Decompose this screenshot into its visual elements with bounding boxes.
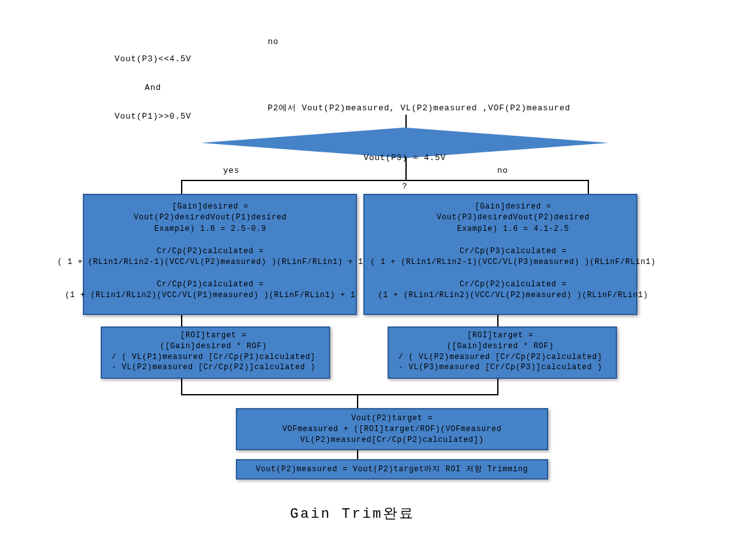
top-condition-line2: And <box>89 83 217 92</box>
top-no-label: no <box>268 37 279 47</box>
top-condition: Vout(P3)<<4.5V And Vout(P1)>>0.5V <box>89 35 217 131</box>
right-gain-text: [Gain]desired = Vout(P3)desiredVout(P2)d… <box>354 202 672 302</box>
top-condition-line3: Vout(P1)>>0.5V <box>89 112 217 121</box>
connector-decision-split <box>181 180 589 181</box>
yes-label: yes <box>223 166 240 175</box>
right-roi-text: [ROI]target = ([Gain]desired * ROF) / ( … <box>376 330 625 373</box>
connector-right-down <box>588 180 589 194</box>
connector-right-gain-roi <box>497 315 498 326</box>
top-condition-line1: Vout(P3)<<4.5V <box>89 54 217 64</box>
connector-target-trim <box>357 450 358 459</box>
measure-row: P2에서 Vout(P2)measured, VL(P2)measured ,V… <box>268 102 571 114</box>
target-text: Vout(P2)target = VOFmeasured + ([ROI]tar… <box>229 413 555 445</box>
connector-left-roi-down <box>181 379 182 394</box>
connector-right-roi-down <box>497 379 498 394</box>
trim-text: Vout(P2)measured = Vout(P2)target까지 ROI … <box>229 464 555 474</box>
connector-decision-center <box>405 157 407 180</box>
decision-text: Vout(P3) ≈ 4.5V ? <box>331 134 478 201</box>
left-roi-text: [ROI]target = ([Gain]desired * ROF) / ( … <box>89 330 338 373</box>
connector-merge-h <box>181 394 498 395</box>
connector-left-gain-roi <box>181 315 182 326</box>
left-gain-text: [Gain]desired = Vout(P2)desiredVout(P1)d… <box>51 202 370 302</box>
page-title: Gain Trim완료 <box>290 504 415 523</box>
decision-line2: ? <box>331 182 478 191</box>
connector-left-down <box>181 180 182 194</box>
no-label: no <box>497 166 508 175</box>
connector-merge-down <box>357 394 358 408</box>
decision-line1: Vout(P3) ≈ 4.5V <box>331 153 478 163</box>
